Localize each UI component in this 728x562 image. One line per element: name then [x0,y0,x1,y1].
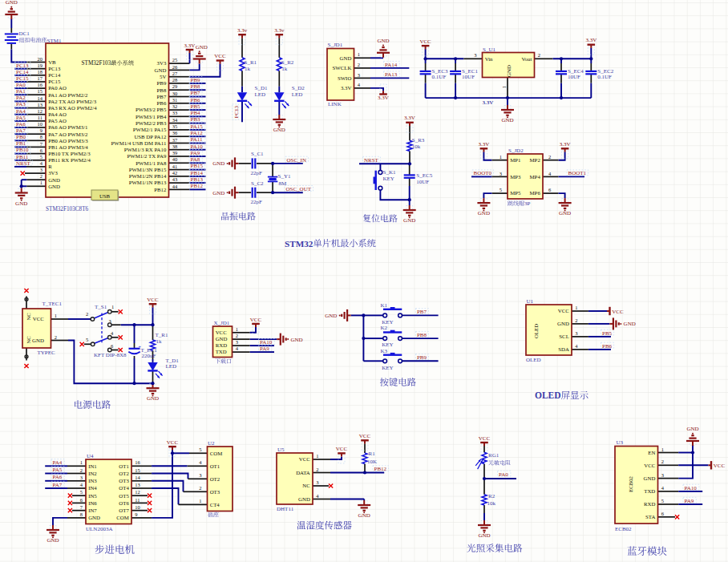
net-label[interactable]: PB8 [191,83,201,90]
svg-text:SCL: SCL [559,334,568,339]
svg-text:IN5: IN5 [88,493,97,499]
net-label[interactable]: PB3 [191,116,201,123]
power-port-label: GND [273,127,285,133]
net-label[interactable]: PA8 [191,156,200,163]
net-label[interactable]: PA4 [16,108,26,115]
svg-text:GND: GND [325,313,337,319]
net-label[interactable]: OSC_OUT [286,186,312,192]
net-label[interactable]: PA2 [16,95,26,101]
net-label[interactable]: PA7 [16,127,26,134]
net-label[interactable]: PC15 [16,75,29,82]
pin-number: 3 [40,167,42,172]
net-label[interactable]: PC14 [16,69,29,75]
net-label[interactable]: PA6 [53,474,63,480]
stm32-mcu[interactable]: USBVB20PC1319PC1418PC1517PA0 AO16PA1 AO … [38,43,178,212]
net-label[interactable]: PB9 [417,354,427,361]
net-label[interactable]: PB11 [16,154,29,160]
net-label[interactable]: PA13 [385,71,398,78]
net-label[interactable]: PA10 [191,144,204,150]
svg-text:PWM1/4 USB DM PA11: PWM1/4 USB DM PA11 [111,140,166,146]
pin-name: TXD [216,349,227,354]
svg-text:S_R2: S_R2 [281,59,294,66]
svg-text:PA10: PA10 [191,144,204,150]
key-plunger [374,177,376,184]
net-label[interactable]: PA9 [260,346,269,352]
svg-text:19: 19 [38,63,43,68]
s-ec2-label: 0.1UF [597,74,612,80]
net-label[interactable]: PA7 [53,482,63,488]
net-label[interactable]: PB7 [417,309,427,315]
net-label[interactable]: PB6 [602,343,613,350]
svg-text:8: 8 [40,134,42,139]
svg-text:PA3: PA3 [16,101,26,107]
net-label[interactable]: PA1 [16,88,26,95]
net-label[interactable]: PA15 [191,123,204,130]
pin-name: PWM3/2 PB5 [135,107,167,112]
net-label[interactable]: PA0 [16,82,26,88]
svg-text:PWM1/1 PA8: PWM1/1 PA8 [135,160,167,166]
net-label[interactable]: PA5 [16,115,26,121]
svg-text:STM32: STM32 [285,239,313,249]
pin-name: PWM1/1 PA8 [135,160,167,166]
net-label[interactable]: PB7 [191,90,201,96]
net-label[interactable]: PA4 [53,459,63,466]
pin-number: 3 [316,479,318,485]
pin-number: 10 [135,504,140,510]
bluetooth-u3-body[interactable] [615,447,658,524]
oled-u1[interactable]: VCC1GND2SCL3SDA4U1OLEDOLED [526,298,578,364]
net-label[interactable]: PB13 [191,176,204,183]
schematic-canvas[interactable]: USBVB20PC1319PC1418PC1517PA0 AO16PA1 AO … [0,0,728,562]
net-label[interactable]: PB10 [16,147,29,153]
net-label[interactable]: BOOT0 [474,170,492,176]
power-port-vcc[interactable]: VCC [709,461,726,469]
net-label[interactable]: PB4 [191,110,201,116]
svg-text:16: 16 [38,82,43,87]
net-label[interactable]: PB14 [191,170,204,176]
net-label[interactable]: PB5 [191,103,201,110]
net-label[interactable]: NRST [16,160,31,167]
svg-text:OLED: OLED [535,390,561,400]
wire-junction [408,162,411,165]
net-label[interactable]: PA14 [385,62,398,68]
svg-text:OT2: OT2 [119,471,129,476]
net-label[interactable]: PB6 [191,97,201,103]
schematic-sheet[interactable]: USBVB20PC1319PC1418PC1517PA0 AO16PA1 AO … [0,0,728,562]
net-label[interactable]: PA0 [499,471,508,478]
dht11-u5[interactable]: VCC1DATA2NC3GND4U5DHT11 [277,447,319,512]
bluetooth-u3[interactable]: EN1VCC2GND3TXD4RXD5STA6U3ECB02ECB02 [615,439,665,532]
pin-number: 2 [548,154,551,160]
net-label[interactable]: PB1 [16,140,26,147]
net-label[interactable]: PB5 [602,330,613,337]
uln2003a-u4[interactable]: IN11IN22IN33IN44IN55IN66IN77GND8OT116OT2… [80,453,141,532]
net-label[interactable]: PB12 [191,183,204,189]
net-label[interactable]: BOOT1 [568,170,587,176]
net-label[interactable]: PB9 [191,77,201,83]
net-label[interactable]: PA3 [16,101,26,107]
pin-name: SCL [559,334,568,339]
svg-text:GND: GND [147,395,159,402]
gnd-dot [227,192,229,193]
net-label[interactable]: NRST [364,157,379,164]
net-label[interactable]: PA5 [53,467,63,473]
net-label[interactable]: PC13 [233,105,240,118]
net-label[interactable]: PB0 [16,134,26,140]
net-label[interactable]: PA6 [16,121,26,127]
net-label[interactable]: PA9 [685,498,694,504]
net-label[interactable]: OSC_IN [287,157,307,164]
power-port-vcc[interactable]: VCC [607,307,624,315]
net-label[interactable]: PA10 [260,339,273,346]
svg-text:STM32F103C8T6: STM32F103C8T6 [46,206,89,212]
pin-number: 15 [38,88,43,94]
net-label[interactable]: PA9 [191,150,200,156]
net-label[interactable]: PC13 [16,63,29,69]
net-label[interactable]: PB15 [191,163,204,169]
net-label[interactable]: PA12 [191,130,204,136]
svg-text:OT6: OT6 [119,500,129,506]
net-label[interactable]: PB12 [374,466,387,472]
svg-text:1: 1 [575,305,577,310]
net-label[interactable]: PA11 [191,136,204,143]
svg-text:1: 1 [40,180,42,185]
net-label[interactable]: PB8 [417,332,427,338]
net-label[interactable]: PA10 [685,485,698,491]
gnd-dot [199,51,200,52]
